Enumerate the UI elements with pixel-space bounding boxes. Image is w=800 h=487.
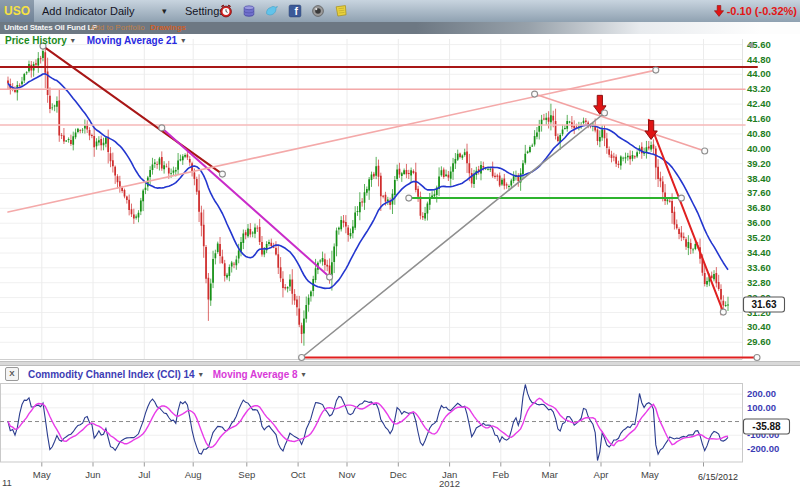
drawing-downtrend-2011[interactable] [43,46,222,174]
price-history-dropdown[interactable]: Price History [5,35,67,46]
cci-ma-dropdown[interactable]: Moving Average 8 [213,369,298,380]
last-price-tag: 31.63 [744,297,785,312]
ma21-dropdown[interactable]: Moving Average 21 [87,35,177,46]
x-axis-label: Apr [594,469,609,480]
x-axis-label: Sep [238,469,255,480]
drawing-handle[interactable] [720,309,726,315]
snapshot-icon[interactable] [311,4,325,18]
x-axis-year-label: 2012 [439,478,460,487]
drawing-handle[interactable] [602,110,608,116]
x-axis-label: Feb [493,469,509,480]
drawing-handle[interactable] [678,195,684,201]
y-axis-label: 36.00 [747,217,771,228]
x-axis: MayJunJulAugSepOctNovDecJan2012FebMarApr… [2,469,738,487]
drawing-handle[interactable] [754,355,760,361]
chevron-down-icon[interactable]: ▾ [199,370,203,379]
close-icon[interactable]: X [5,367,19,381]
chevron-down-icon[interactable]: ▾ [302,370,306,379]
y-axis-label: 35.20 [747,232,771,243]
facebook-icon[interactable]: f [288,4,302,18]
x-axis-label: Aug [185,469,202,480]
symbol-tab[interactable]: USO [0,0,34,22]
y-axis-label: 200.00 [747,388,776,399]
drawing-handle[interactable] [702,148,708,154]
y-axis-label: 33.60 [747,262,771,273]
top-toolbar: USO Add Indicator Daily ▾ Settings f [0,0,800,23]
x-axis-label: May [641,469,659,480]
chevron-down-icon[interactable]: ▾ [181,36,185,45]
price-change: -0.10 (-0.32%) [714,0,797,22]
y-axis-label: 37.60 [747,187,771,198]
change-text: -0.10 (-0.32%) [727,5,797,17]
y-axis-label: 38.40 [747,173,771,184]
y-axis-label: 30.40 [747,321,771,332]
svg-text:31.63: 31.63 [751,299,776,310]
x-axis-label: Mar [542,469,558,480]
y-axis-label: 44.80 [747,54,771,65]
x-axis-label: Dec [390,469,407,480]
trading-app-window: USO Add Indicator Daily ▾ Settings f [0,0,800,487]
y-axis-label: 44.00 [747,68,771,79]
y-axis-label: 42.40 [747,98,771,109]
chevron-down-icon[interactable]: ▾ [71,36,75,45]
notes-icon[interactable] [334,4,348,18]
interval-dropdown[interactable]: Daily [110,0,134,22]
y-axis-label: 29.60 [747,336,771,347]
y-axis-label: 41.60 [747,113,771,124]
down-arrow-icon [714,5,724,17]
y-axis-label: 36.80 [747,202,771,213]
toolbar-icons: f [219,4,348,18]
x-axis-label: Oct [291,469,306,480]
x-axis-label: May [33,469,51,480]
cci-ma-line [8,398,728,447]
main-chart[interactable]: 45.6044.8044.0043.2042.4041.6040.8040.00… [0,33,800,487]
add-indicator-button[interactable]: Add Indicator [42,0,107,22]
y-axis-label: 32.80 [747,277,771,288]
x-axis-label: Jun [85,469,100,480]
y-axis-label: 100.00 [747,402,776,413]
drawing-handle[interactable] [219,171,225,177]
drawing-handle[interactable] [406,195,412,201]
x-axis-label: Jul [138,469,150,480]
cci-panel-header: X Commodity Channel Index (CCI) 14 ▾ Mov… [0,366,800,382]
y-axis-label: 40.80 [747,128,771,139]
drawing-handle[interactable] [327,274,333,280]
last-date-label: 6/15/2012 [698,472,738,482]
y-axis-label: -200.00 [747,443,779,454]
ma21-line [8,74,728,289]
symbol-label: USO [4,4,30,18]
drawing-handle[interactable] [159,125,165,131]
drawing-magenta-downtrend[interactable] [162,128,330,277]
alerts-icon[interactable] [219,4,233,18]
price-axis: 45.6044.8044.0043.2042.4041.6040.8040.00… [747,39,779,454]
twitter-icon[interactable] [265,4,279,18]
drawing-handle[interactable] [532,91,538,97]
y-axis-label: 39.20 [747,158,771,169]
y-axis-label: 43.20 [747,83,771,94]
database-icon[interactable] [242,4,256,18]
y-axis-label: 34.40 [747,247,771,258]
cci-value-tag: -35.88 [744,419,790,434]
x-axis-label: Nov [339,469,356,480]
drawing-handle[interactable] [653,67,659,73]
price-panel-header: Price History ▾ Moving Average 21 ▾ [5,34,185,47]
cci-panel-frame [1,384,743,463]
chevron-down-icon[interactable]: ▾ [162,0,167,22]
svg-text:f: f [294,6,298,17]
drawing-handle[interactable] [299,355,305,361]
y-axis-label: 40.00 [747,143,771,154]
cci-dropdown[interactable]: Commodity Channel Index (CCI) 14 [28,369,195,380]
svg-text:-35.88: -35.88 [752,421,781,432]
x-axis-year-label: 11 [2,477,12,487]
